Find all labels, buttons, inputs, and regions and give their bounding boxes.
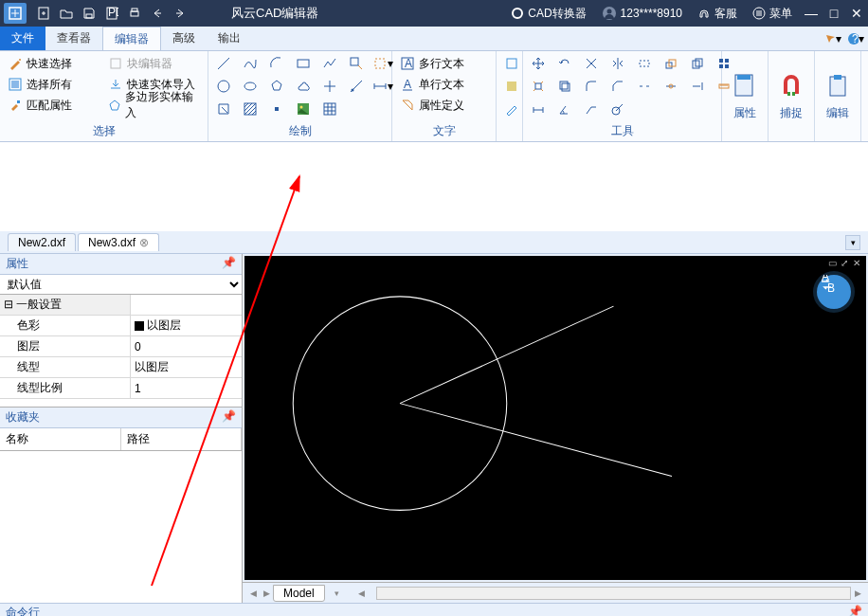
mtext-button[interactable]: A多行文本 [396, 53, 492, 74]
user-label: 123****8910 [621, 7, 682, 20]
dim-linear-icon[interactable] [527, 99, 550, 119]
hatch-icon[interactable] [239, 99, 262, 119]
tab-menu-icon[interactable]: ▾ [331, 589, 344, 598]
model-tab[interactable]: Model [273, 585, 325, 602]
text-style-icon[interactable] [500, 53, 523, 74]
polygon-reg-icon[interactable] [265, 76, 288, 97]
help-icon[interactable]: ?▾ [847, 30, 864, 47]
arc-icon[interactable] [265, 53, 288, 74]
leader-icon[interactable] [580, 99, 603, 119]
pin-icon[interactable]: 📌 [848, 605, 862, 616]
text-edit-icon[interactable] [500, 99, 523, 119]
xline-icon[interactable] [345, 76, 368, 97]
tab-output[interactable]: 输出 [207, 27, 252, 50]
stretch-icon[interactable] [633, 53, 656, 74]
tab-advanced[interactable]: 高级 [161, 27, 207, 50]
convert-fab-button[interactable]: AB [817, 275, 851, 309]
insert-block-icon[interactable] [345, 53, 368, 74]
spline-icon[interactable] [239, 53, 262, 74]
tab-viewer[interactable]: 查看器 [45, 27, 102, 50]
select-all-button[interactable]: 选择所有 [4, 74, 104, 95]
tab-prev-icon[interactable]: ◀ [246, 589, 260, 598]
layout-icon[interactable]: ▭ [828, 258, 840, 267]
rect-icon[interactable] [292, 53, 315, 74]
user-button[interactable]: 123****8910 [594, 6, 690, 21]
prop-value[interactable]: 0 [131, 336, 242, 356]
match-props-button[interactable]: 匹配属性 [4, 95, 104, 116]
chamfer-icon[interactable] [606, 76, 629, 97]
properties-grid: ⊟ 一般设置 色彩以图层 图层0 线型以图层 线型比例1 [0, 295, 242, 399]
ellipse-icon[interactable] [239, 76, 262, 97]
boundary-icon[interactable] [212, 99, 235, 119]
scroll-left-icon[interactable]: ◀ [355, 589, 369, 598]
trim-icon[interactable] [580, 53, 603, 74]
drawing-canvas[interactable]: ▭ ⤢ ✕ AB [244, 256, 866, 580]
fav-col-path[interactable]: 路径 [121, 428, 243, 450]
point-icon[interactable] [265, 99, 288, 119]
revcloud-icon[interactable] [292, 76, 315, 97]
scroll-right-icon[interactable]: ▶ [851, 589, 864, 598]
prop-value[interactable]: 1 [131, 378, 242, 398]
rotate-icon[interactable] [553, 53, 576, 74]
fillet-icon[interactable] [580, 76, 603, 97]
menu-button[interactable]: 菜单 [745, 6, 800, 22]
support-button[interactable]: 客服 [690, 6, 745, 22]
make-block-icon[interactable]: ▾ [371, 53, 394, 74]
doc-tab[interactable]: New3.dxf⊗ [78, 233, 159, 251]
quick-select-button[interactable]: 快速选择 [4, 53, 104, 74]
edit-panel-button[interactable]: 编辑 [815, 51, 861, 141]
snap-panel-button[interactable]: 捕捉 [769, 51, 815, 141]
favorites-list[interactable] [0, 451, 242, 603]
dim-rad-icon[interactable] [606, 99, 629, 119]
image-icon[interactable] [292, 99, 315, 119]
extend-icon[interactable] [686, 76, 709, 97]
table-icon[interactable] [318, 99, 341, 119]
close-tab-icon[interactable]: ⊗ [139, 236, 149, 249]
maximize-button[interactable]: □ [823, 2, 845, 25]
maximize-view-icon[interactable]: ⤢ [841, 258, 852, 267]
dim-ang-icon[interactable] [553, 99, 576, 119]
print-icon[interactable] [125, 4, 144, 23]
new-icon[interactable] [34, 4, 53, 23]
tab-editor[interactable]: 编辑器 [102, 27, 161, 50]
tabs-dropdown[interactable]: ▾ [845, 235, 860, 250]
polyline-icon[interactable] [318, 53, 341, 74]
pin-icon[interactable]: 📌 [222, 409, 236, 426]
scale-icon[interactable] [660, 53, 682, 74]
properties-panel-button[interactable]: 属性 [722, 51, 769, 141]
close-view-icon[interactable]: ✕ [853, 258, 864, 267]
break-icon[interactable] [633, 76, 656, 97]
text-height-icon[interactable] [500, 76, 523, 97]
pdf-icon[interactable]: PDF [102, 4, 121, 23]
circle-icon[interactable] [212, 76, 235, 97]
tab-file[interactable]: 文件 [0, 27, 45, 50]
minimize-button[interactable]: — [800, 2, 823, 25]
mirror-icon[interactable] [606, 53, 629, 74]
offset-icon[interactable] [553, 76, 576, 97]
pin-icon[interactable]: 📌 [222, 256, 236, 272]
redo-icon[interactable] [171, 4, 190, 23]
tab-next-icon[interactable]: ▶ [260, 589, 273, 598]
cad-converter-button[interactable]: CAD转换器 [503, 6, 593, 22]
close-button[interactable]: ✕ [845, 2, 868, 25]
line-icon[interactable] [212, 53, 235, 74]
dim-icon[interactable]: ▾ [371, 76, 394, 97]
customize-icon[interactable]: ▾ [824, 30, 841, 47]
open-icon[interactable] [57, 4, 76, 23]
fav-col-name[interactable]: 名称 [0, 428, 121, 450]
prop-value[interactable]: 以图层 [131, 357, 242, 377]
doc-tab[interactable]: New2.dxf [8, 233, 76, 251]
props-filter-combo[interactable]: 默认值 [0, 275, 242, 294]
prop-value[interactable]: 以图层 [131, 316, 242, 335]
poly-entity-input-button[interactable]: 多边形实体输入 [104, 95, 205, 116]
explode-icon[interactable] [527, 76, 550, 97]
hscrollbar[interactable] [376, 587, 851, 600]
save-icon[interactable] [80, 4, 99, 23]
copy-icon[interactable] [686, 53, 709, 74]
stext-button[interactable]: A单行文本 [396, 74, 492, 95]
move-icon[interactable] [527, 53, 550, 74]
attdef-button[interactable]: 属性定义 [396, 95, 492, 116]
undo-icon[interactable] [148, 4, 167, 23]
join-icon[interactable] [660, 76, 682, 97]
ray-icon[interactable] [318, 76, 341, 97]
